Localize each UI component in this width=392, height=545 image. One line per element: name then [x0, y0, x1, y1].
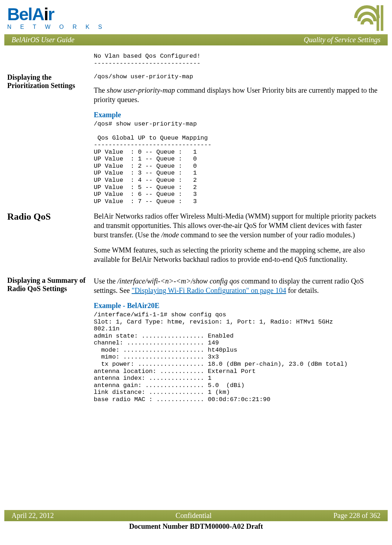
footer: April 22, 2012 Confidential Page 228 of … — [4, 510, 388, 531]
guide-title: BelAirOS User Guide — [12, 36, 74, 44]
footer-page: Page 228 of 362 — [333, 511, 380, 520]
prioritization-heading: Displaying the Prioritization Settings — [7, 73, 87, 90]
logo-r: r — [48, 5, 54, 24]
logo: BelAir N E T W O R K S — [7, 6, 106, 30]
summary-heading: Displaying a Summary of Radio QoS Settin… — [7, 276, 87, 293]
radioqos-section: Radio QoS BelAir Networks radios offer W… — [7, 211, 378, 270]
svg-rect-1 — [381, 5, 383, 31]
logo-a: A — [32, 5, 44, 24]
radioqos-p2: Some WMM features, such as selecting the… — [94, 245, 378, 264]
command-name: /interface/wifi-<n>-<m>/show config qos — [118, 277, 239, 285]
page-header: BelAir N E T W O R K S — [0, 0, 392, 34]
prioritization-cmd: /qos/show user-priority-map — [94, 73, 378, 80]
section-title: Quality of Service Settings — [304, 36, 380, 44]
logo-bel: Bel — [7, 5, 32, 24]
footer-confidential: Confidential — [176, 511, 212, 520]
prioritization-section: Displaying the Prioritization Settings /… — [7, 73, 378, 205]
summary-p1: Use the /interface/wifi-<n>-<m>/show con… — [94, 276, 378, 295]
title-bar: BelAirOS User Guide Quality of Service S… — [4, 34, 388, 45]
content: No Vlan based Qos Configured! ----------… — [0, 45, 392, 403]
corner-graphic-icon — [352, 4, 385, 32]
example-label: Example — [94, 111, 378, 119]
example-label-belair20e: Example - BelAir20E — [94, 302, 378, 310]
prioritization-example: /qos# show user-priority-map Qos Global … — [94, 120, 378, 205]
logo-subtitle: N E T W O R K S — [7, 24, 106, 30]
command-name: show user-priority-map — [107, 86, 175, 94]
logo-i: i — [44, 5, 48, 24]
text: command to see the version number of you… — [179, 231, 355, 239]
vlan-code: No Vlan based Qos Configured! ----------… — [94, 53, 378, 67]
text: Use the — [94, 277, 118, 285]
text: for details. — [286, 286, 319, 294]
link-display-wifi-config[interactable]: "Displaying Wi-Fi Radio Configuration" o… — [132, 286, 286, 294]
vlan-block: No Vlan based Qos Configured! ----------… — [7, 53, 378, 67]
svg-rect-0 — [376, 5, 379, 31]
text: The — [94, 86, 107, 94]
footer-doc-number: Document Number BDTM00000-A02 Draft — [4, 522, 388, 531]
footer-green-bar: April 22, 2012 Confidential Page 228 of … — [4, 510, 388, 521]
radioqos-heading: Radio QoS — [7, 211, 87, 222]
radioqos-p1: BelAir Networks radios offer Wireless Mu… — [94, 211, 378, 239]
footer-date: April 22, 2012 — [12, 511, 54, 520]
summary-section: Displaying a Summary of Radio QoS Settin… — [7, 276, 378, 403]
summary-example: /interface/wifi-1-1# show config qos Slo… — [94, 311, 378, 403]
logo-text: BelAir — [7, 6, 106, 23]
prioritization-desc: The show user-priority-map command displ… — [94, 85, 378, 104]
command-name: /mode — [161, 231, 179, 239]
